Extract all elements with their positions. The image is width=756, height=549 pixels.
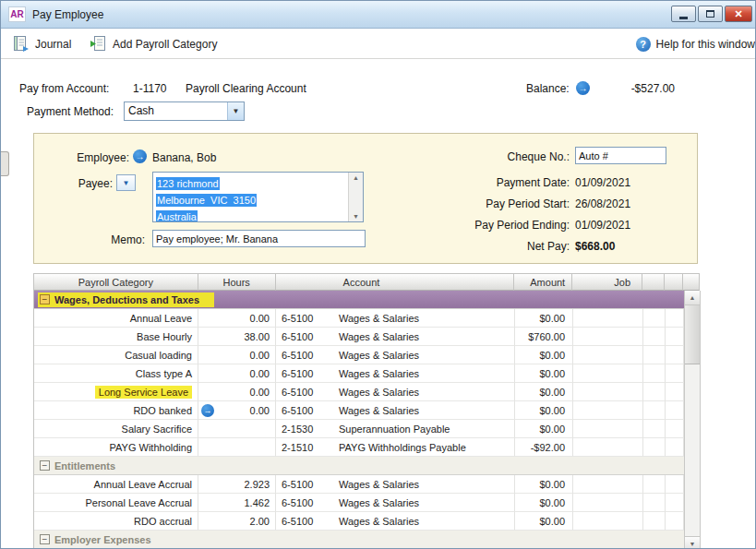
payment-method-dropdown-icon[interactable]: ▼ bbox=[227, 102, 244, 120]
hours-cell[interactable]: 0.00 bbox=[198, 364, 276, 383]
payroll-row[interactable]: Personal Leave Accrual1.4626-5100Wages &… bbox=[34, 494, 700, 512]
account-cell[interactable]: 6-5100Wages & Salaries bbox=[276, 494, 515, 512]
header-job[interactable]: Job bbox=[572, 274, 642, 291]
amount-cell[interactable]: $0.00 bbox=[515, 512, 573, 531]
amount-cell[interactable]: $760.00 bbox=[515, 328, 573, 346]
account-cell[interactable]: 6-5100Wages & Salaries bbox=[276, 309, 515, 328]
header-hours[interactable]: Hours bbox=[198, 274, 276, 291]
header-amount[interactable]: Amount bbox=[514, 274, 572, 291]
hours-cell[interactable] bbox=[198, 420, 276, 438]
payroll-row[interactable]: PAYG Withholding2-1510PAYG Withholdings … bbox=[34, 438, 700, 457]
employee-detail-arrow-icon[interactable]: → bbox=[133, 149, 147, 163]
close-button[interactable]: ✕ bbox=[725, 6, 752, 22]
payroll-row[interactable]: RDO banked→0.006-5100Wages & Salaries$0.… bbox=[34, 401, 700, 420]
grid-vertical-scrollbar[interactable]: ▲ ▼ bbox=[684, 291, 701, 549]
category-cell[interactable]: Base Hourly bbox=[34, 328, 198, 346]
account-cell[interactable]: 6-5100Wages & Salaries bbox=[276, 346, 515, 364]
amount-cell[interactable]: $0.00 bbox=[515, 494, 573, 512]
payroll-row[interactable]: Annual Leave0.006-5100Wages & Salaries$0… bbox=[34, 309, 700, 328]
balance-detail-arrow-icon[interactable]: → bbox=[576, 81, 590, 95]
job-cell[interactable] bbox=[573, 328, 643, 346]
scrollbar-thumb[interactable] bbox=[685, 305, 700, 364]
panel-grip[interactable] bbox=[1, 151, 9, 176]
job-cell[interactable] bbox=[573, 420, 643, 438]
payee-dropdown-button[interactable]: ▼ bbox=[116, 174, 136, 191]
category-cell[interactable]: PAYG Withholding bbox=[34, 438, 198, 457]
help-button[interactable]: ? Help for this window bbox=[634, 32, 756, 55]
payroll-row[interactable]: RDO accrual2.006-5100Wages & Salaries$0.… bbox=[34, 512, 700, 531]
job-cell[interactable] bbox=[573, 512, 643, 531]
hours-cell[interactable] bbox=[198, 438, 276, 457]
job-cell[interactable] bbox=[573, 475, 643, 494]
category-cell[interactable]: Annual Leave bbox=[34, 309, 198, 328]
scroll-up-icon[interactable]: ▲ bbox=[685, 291, 700, 305]
payroll-row[interactable]: Base Hourly38.006-5100Wages & Salaries$7… bbox=[34, 328, 700, 346]
add-payroll-category-button[interactable]: Add Payroll Category bbox=[84, 32, 222, 55]
account-cell[interactable]: 6-5100Wages & Salaries bbox=[276, 401, 515, 420]
hours-cell[interactable]: 1.462 bbox=[198, 494, 276, 512]
job-cell[interactable] bbox=[573, 364, 643, 383]
title-bar[interactable]: AR Pay Employee ✕ bbox=[1, 1, 756, 29]
category-cell[interactable]: Personal Leave Accrual bbox=[34, 494, 198, 512]
hours-cell[interactable]: 0.00 bbox=[198, 346, 276, 364]
payroll-row[interactable]: Long Service Leave0.006-5100Wages & Sala… bbox=[34, 383, 700, 401]
category-cell[interactable]: Long Service Leave bbox=[34, 383, 198, 401]
category-cell[interactable]: Salary Sacrifice bbox=[34, 420, 198, 438]
job-cell[interactable] bbox=[573, 494, 643, 512]
payee-textarea[interactable]: 123 richmond Melbourne VIC 3150 Australi… bbox=[152, 172, 364, 222]
hours-cell[interactable]: 38.00 bbox=[198, 328, 276, 346]
account-cell[interactable]: 6-5100Wages & Salaries bbox=[276, 328, 515, 346]
memo-input[interactable] bbox=[152, 230, 366, 247]
account-cell[interactable]: 2-1510PAYG Withholdings Payable bbox=[276, 438, 515, 457]
job-cell[interactable] bbox=[573, 401, 643, 420]
collapse-icon[interactable]: − bbox=[40, 534, 50, 544]
group-row[interactable]: −Wages, Deductions and Taxes bbox=[34, 291, 700, 309]
category-cell[interactable]: Casual loading bbox=[34, 346, 198, 364]
account-cell[interactable]: 6-5100Wages & Salaries bbox=[276, 512, 515, 531]
payment-method-select[interactable]: Cash ▼ bbox=[124, 101, 245, 121]
header-account[interactable]: Account bbox=[276, 274, 515, 291]
payee-scrollbar[interactable]: ▲ ▼ bbox=[348, 173, 363, 221]
amount-cell[interactable]: $0.00 bbox=[515, 309, 573, 328]
amount-cell[interactable]: $0.00 bbox=[515, 346, 573, 364]
account-cell[interactable]: 6-5100Wages & Salaries bbox=[276, 364, 515, 383]
amount-cell[interactable]: $0.00 bbox=[515, 401, 573, 420]
payroll-row[interactable]: Casual loading0.006-5100Wages & Salaries… bbox=[34, 346, 700, 364]
group-row[interactable]: −Entitlements bbox=[34, 457, 700, 475]
minimize-button[interactable] bbox=[671, 6, 696, 22]
category-cell[interactable]: RDO accrual bbox=[34, 512, 198, 531]
hours-cell[interactable]: 2.923 bbox=[198, 475, 276, 494]
job-cell[interactable] bbox=[573, 309, 643, 328]
account-cell[interactable]: 2-1530Superannuation Payable bbox=[276, 420, 515, 438]
group-row[interactable]: −Employer Expenses bbox=[34, 531, 700, 549]
hours-cell[interactable]: 0.00 bbox=[198, 383, 276, 401]
account-cell[interactable]: 6-5100Wages & Salaries bbox=[276, 383, 515, 401]
account-cell[interactable]: 6-5100Wages & Salaries bbox=[276, 475, 515, 494]
payroll-row[interactable]: Class type A0.006-5100Wages & Salaries$0… bbox=[34, 364, 700, 383]
maximize-button[interactable] bbox=[698, 6, 723, 22]
scroll-down-icon[interactable]: ▼ bbox=[353, 211, 359, 221]
job-cell[interactable] bbox=[573, 438, 643, 457]
cheque-no-input[interactable] bbox=[575, 147, 666, 164]
category-cell[interactable]: Class type A bbox=[34, 364, 198, 383]
payroll-row[interactable]: Annual Leave Accrual2.9236-5100Wages & S… bbox=[34, 475, 700, 494]
payroll-row[interactable]: Salary Sacrifice2-1530Superannuation Pay… bbox=[34, 420, 700, 438]
amount-cell[interactable]: $0.00 bbox=[515, 475, 573, 494]
amount-cell[interactable]: $0.00 bbox=[515, 383, 573, 401]
job-cell[interactable] bbox=[573, 383, 643, 401]
scroll-down-icon[interactable]: ▼ bbox=[685, 536, 700, 549]
amount-cell[interactable]: -$92.00 bbox=[515, 438, 573, 457]
job-cell[interactable] bbox=[573, 346, 643, 364]
journal-button[interactable]: Journal bbox=[6, 32, 77, 55]
hours-cell[interactable]: →0.00 bbox=[198, 401, 276, 420]
header-payroll-category[interactable]: Payroll Category bbox=[34, 274, 198, 291]
amount-cell[interactable]: $0.00 bbox=[515, 364, 573, 383]
category-cell[interactable]: RDO banked bbox=[34, 401, 198, 420]
collapse-icon[interactable]: − bbox=[40, 294, 50, 304]
hours-cell[interactable]: 2.00 bbox=[198, 512, 276, 531]
collapse-icon[interactable]: − bbox=[40, 460, 50, 471]
amount-cell[interactable]: $0.00 bbox=[515, 420, 573, 438]
detail-arrow-icon[interactable]: → bbox=[201, 404, 214, 417]
hours-cell[interactable]: 0.00 bbox=[198, 309, 276, 328]
category-cell[interactable]: Annual Leave Accrual bbox=[34, 475, 198, 494]
